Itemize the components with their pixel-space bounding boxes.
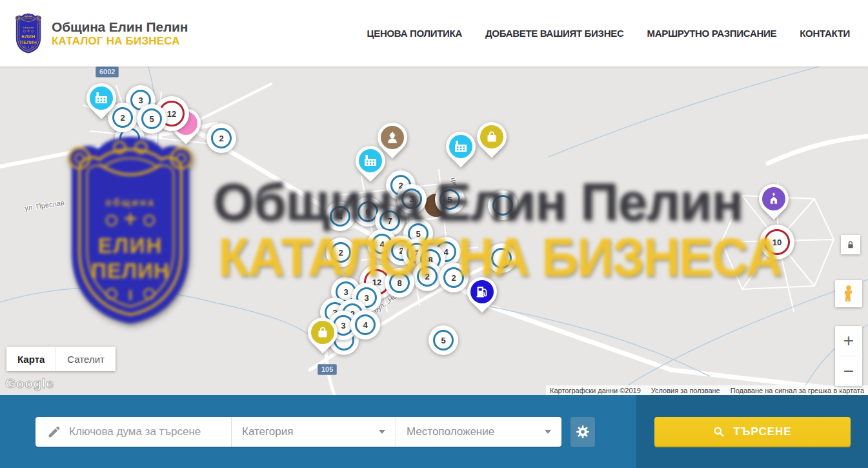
keyword-field[interactable] [35,417,231,447]
chevron-down-icon [379,430,385,434]
category-select[interactable]: Категория [231,417,396,447]
nav-item-0[interactable]: ЦЕНОВА ПОЛИТИКА [367,28,462,39]
pencil-icon [47,425,61,439]
cluster-marker[interactable]: 5 [435,185,465,214]
category-select-label: Категория [242,425,293,438]
google-logo[interactable]: Google [5,376,54,391]
factory-icon [359,149,382,172]
factory-icon [449,135,472,158]
zoom-in-button[interactable]: + [835,326,862,356]
bag-icon [480,125,503,148]
nav-item-2[interactable]: МАРШРУТНО РАЗПИСАНИЕ [647,28,776,39]
search-button[interactable]: ТЪРСЕНЕ [654,417,851,446]
lock-control-button[interactable] [841,235,860,254]
page: община ЕЛИН ПЕЛИН Община Елин Пелин КАТА… [0,0,868,468]
cluster-marker[interactable]: 3 [397,184,427,214]
road-number-label: 105 [318,364,337,375]
report-error-link[interactable]: Подаване на сигнал за грешка в картата [731,387,864,394]
attribution-copyright: Картографски данни ©2019 [550,387,641,394]
cluster-marker[interactable]: 4 [325,201,355,231]
map-attribution: Картографски данни ©2019 Условия за полз… [546,385,868,395]
factory-icon [90,86,113,110]
search-fields-section: Категория Местоположение [0,395,636,468]
keyword-input[interactable] [69,425,222,438]
cluster-marker[interactable] [488,190,518,220]
site-subtitle: КАТАЛОГ НА БИЗНЕСА [52,35,188,48]
main-nav: ЦЕНОВА ПОЛИТИКАДОБАВЕТЕ ВАШИЯТ БИЗНЕСМАР… [367,28,850,39]
nav-item-3[interactable]: КОНТАКТИ [800,28,850,39]
cluster-marker[interactable]: 8 [385,268,414,298]
cluster-marker[interactable]: 2 [412,261,442,291]
site-logo[interactable]: Община Елин Пелин КАТАЛОГ НА БИЗНЕСА [13,14,188,54]
church-icon [762,187,785,210]
search-button-label: ТЪРСЕНЕ [733,425,791,438]
zoom-control: + − [835,326,862,386]
location-select-label: Местоположение [407,425,494,438]
map-type-control: Карта Сателит [6,347,116,371]
map-canvas[interactable]: 6002105ул. Преславбул. „Новоселци 321252… [0,66,868,395]
lock-icon [845,239,856,250]
cluster-marker[interactable] [487,243,516,273]
municipality-crest-icon [13,14,44,54]
gear-icon [575,424,590,440]
worker-icon [381,126,404,149]
pegman-control[interactable] [835,280,862,307]
zoom-out-button[interactable]: − [835,356,862,386]
cluster-marker[interactable]: 2 [207,123,236,153]
location-select[interactable]: Местоположение [396,417,561,447]
map-type-satellite-button[interactable]: Сателит [56,347,116,371]
search-bar: Категория Местоположение [0,395,868,468]
pegman-icon [841,285,856,303]
terms-link[interactable]: Условия за ползване [651,387,720,394]
road-number-label: 6002 [96,66,119,77]
fuel-icon [470,280,494,303]
nav-item-1[interactable]: ДОБАВЕТЕ ВАШИЯТ БИЗНЕС [485,28,623,39]
chevron-down-icon [545,430,551,434]
cluster-marker[interactable]: 2 [439,263,469,292]
search-submit-section: ТЪРСЕНЕ [636,395,868,468]
cluster-marker[interactable]: 5 [429,325,458,355]
cluster-marker[interactable]: 5 [137,104,167,134]
cluster-marker[interactable]: 10 [760,225,794,259]
search-icon [712,425,725,438]
site-title: Община Елин Пелин [52,19,188,35]
cluster-marker[interactable]: 4 [350,310,380,340]
bag-icon [311,321,334,344]
advanced-search-button[interactable] [570,417,595,447]
header: Община Елин Пелин КАТАЛОГ НА БИЗНЕСА ЦЕН… [0,0,868,66]
map-type-map-button[interactable]: Карта [6,347,56,371]
cluster-marker[interactable]: 2 [326,238,356,267]
